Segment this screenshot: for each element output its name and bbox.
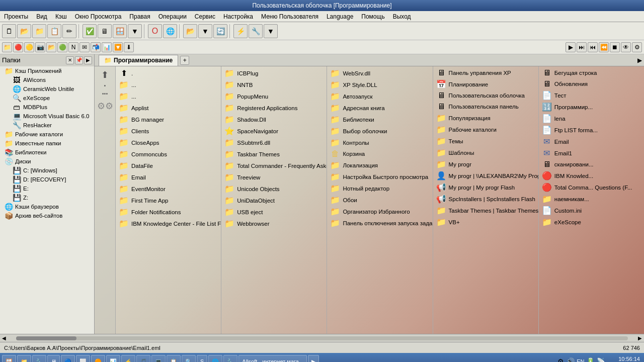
file-item-email[interactable]: ✉Email — [539, 136, 644, 147]
file-item-lena[interactable]: 📄lena — [539, 113, 644, 124]
tb2-stop[interactable]: ⏹ — [610, 42, 620, 52]
file-item-[interactable]: 📁... — [116, 79, 221, 90]
file-item-webbrowser[interactable]: 📁Webbrowser — [221, 218, 327, 229]
file-item-[interactable]: 📁наемникам... — [539, 193, 644, 205]
file-item-treeview[interactable]: 📁Treeview — [221, 171, 327, 183]
file-item--[interactable]: 📁Адресная книга — [327, 102, 432, 114]
menu-item-language[interactable]: Language — [323, 12, 357, 21]
file-item-icbplug[interactable]: 📁ICBPlug — [221, 67, 327, 79]
file-item-my-progr[interactable]: 📁My progr — [433, 158, 538, 170]
file-item-[interactable]: 📁Библиотеки — [327, 114, 432, 125]
tb2-skip[interactable]: ⏭ — [577, 42, 587, 52]
tb-tools[interactable]: 🔧 — [249, 24, 263, 38]
file-item-closeapps[interactable]: 📁CloseApps — [116, 137, 221, 148]
taskbar-quick5[interactable]: ⬜ — [76, 355, 90, 362]
file-item--[interactable]: 📁Рабочие каталоги — [433, 124, 538, 135]
file-item-[interactable]: 📁Темы — [433, 135, 538, 147]
taskbar-quick8[interactable]: ⚡ — [121, 355, 135, 362]
tray-icon1[interactable]: ⚙ — [557, 357, 564, 362]
file-item-exescope[interactable]: 📁eXeScope — [539, 216, 644, 228]
file-item-folder-notifications[interactable]: 📁Folder Notifications — [116, 206, 221, 218]
file-item-ftp-list-forma[interactable]: 📄Ftp LIST forma... — [539, 124, 644, 136]
file-item-customini[interactable]: 📄Custom.ini — [539, 205, 644, 216]
file-item-ssubtmr6dll[interactable]: 📁SSubtmr6.dll — [221, 137, 327, 148]
tb2-rew[interactable]: ⏮ — [588, 42, 598, 52]
taskbar-quick11[interactable]: 📋 — [167, 355, 181, 362]
tb2-rew2[interactable]: ⏪ — [599, 42, 609, 52]
sidebar-item-microsoft-visual-basic-60[interactable]: 💻Microsoft Visual Basic 6.0 — [0, 112, 94, 121]
taskbar-more[interactable]: ▶ — [308, 355, 319, 362]
tb-folder[interactable]: 📁 — [32, 24, 46, 38]
file-item-[interactable]: 📄Тест — [539, 89, 644, 101]
sidebar-item-z[interactable]: 💾Z: — [0, 193, 94, 202]
file-item--[interactable]: 📁Организатор Избранного — [327, 206, 432, 217]
sidebar-pin[interactable]: 📌 — [75, 56, 83, 64]
file-item-[interactable]: 🖥Обновления — [539, 78, 644, 89]
file-item-unidataobject[interactable]: 📁UniDataObject — [221, 195, 327, 206]
menu-item-операции[interactable]: Операции — [154, 12, 191, 21]
file-item-[interactable]: 🔢Программир... — [539, 101, 644, 113]
menu-item-настройка[interactable]: Настройка — [219, 12, 257, 21]
tb-arrow2[interactable]: ▼ — [264, 24, 278, 38]
tb-globe[interactable]: 🌐 — [163, 24, 177, 38]
tb2-btn7[interactable]: N — [68, 42, 78, 52]
file-item-[interactable]: ⬆. — [116, 67, 221, 79]
file-item--[interactable]: 🖥Бегущая строка — [539, 67, 644, 78]
tb-window[interactable]: 🪟 — [113, 24, 127, 38]
tb2-btn2[interactable]: 🔴 — [13, 42, 23, 52]
file-item-websrvdll[interactable]: 📁WebSrv.dll — [327, 67, 432, 79]
file-item-my-progr--alexanbar2my-progr[interactable]: 👤My progr | \\ALEXANBAR2\My Progr — [433, 170, 538, 182]
nav-up[interactable]: ⬆ — [100, 68, 110, 81]
tb2-down[interactable]: ⬇ — [124, 42, 134, 52]
file-item-unicode-objects[interactable]: 📁Unicode Objects — [221, 183, 327, 195]
menu-item-помощь[interactable]: Помощь — [357, 12, 388, 21]
file-item--[interactable]: 📁Выбор оболочки — [327, 125, 432, 137]
tb-screen[interactable]: 🖥 — [98, 24, 112, 38]
tb-copy[interactable]: 📋 — [47, 24, 61, 38]
file-item-total-commander---frequently-a[interactable]: 📁Total Commander - Frequently Asked Ques… — [221, 160, 327, 171]
menu-item-проекты[interactable]: Проекты — [0, 12, 32, 21]
file-item-email[interactable]: 📁Email — [116, 171, 221, 183]
sidebar-item-exescope[interactable]: 🔍eXeScope — [0, 94, 94, 103]
tray-icon4[interactable]: 📡 — [597, 357, 605, 362]
menu-item-вид[interactable]: Вид — [32, 12, 51, 21]
file-item-commoncubs[interactable]: 📁Commoncubs — [116, 148, 221, 160]
sidebar-item--[interactable]: 📁Рабочие каталоги — [0, 130, 94, 139]
scrollbar-horizontal[interactable]: ◀ ▶ — [0, 334, 644, 342]
tb2-btn8[interactable]: ✉ — [79, 42, 90, 52]
file-item-popupmenu[interactable]: 📁PopupMenu — [221, 90, 327, 102]
file-item-[interactable]: 📁Обои — [327, 194, 432, 206]
tab-add[interactable]: + — [180, 56, 189, 65]
taskbar-quick13[interactable]: S — [197, 355, 207, 362]
file-item-[interactable]: 📁... — [116, 90, 221, 102]
sidebar-item-[interactable]: 📚Библиотеки — [0, 148, 94, 157]
tb-open[interactable]: 📂 — [17, 24, 31, 38]
file-item-xp-styledll[interactable]: 📁XP Style.DLL — [327, 79, 432, 90]
tb2-btn6[interactable]: 🟢 — [57, 42, 67, 52]
tb2-btn9[interactable]: 📬 — [91, 42, 101, 52]
file-item-[interactable]: 📁Шаблоны — [433, 147, 538, 158]
file-item-[interactable]: 📁Популяризация — [433, 112, 538, 124]
sidebar-item-[interactable]: 💿Диски — [0, 157, 94, 166]
file-item-my-progr--my-progr-flash[interactable]: 📢My progr | My progr Flash — [433, 182, 538, 193]
taskbar-quick7[interactable]: 📊 — [106, 355, 120, 362]
file-item-ibm-knowled[interactable]: 🔴IBM Knowled... — [539, 170, 644, 182]
file-item---[interactable]: 📁Настройка Быстрого просмотра — [327, 171, 432, 183]
taskbar-quick4[interactable]: 🔵 — [61, 355, 75, 362]
menu-item-меню-пользователя[interactable]: Меню Пользователя — [257, 12, 323, 21]
file-item-nntb[interactable]: 📁NNTB — [221, 79, 327, 90]
taskbar-quick10[interactable]: 💻 — [151, 355, 166, 362]
tb2-settings[interactable]: ⚙ — [632, 42, 642, 52]
file-item-bg-manager[interactable]: 📁BG manager — [116, 114, 221, 125]
tray-lang[interactable]: EN — [577, 358, 584, 362]
file-item-applist[interactable]: 📁Applist — [116, 102, 221, 114]
file-item--[interactable]: 🖥Пользовательская панель — [433, 101, 538, 112]
sidebar-item-awicons[interactable]: 🖼AWicons — [0, 75, 94, 84]
file-item-total-comma-questions-f[interactable]: 🔴Total Comma... Questions (F... — [539, 182, 644, 193]
scroll-thumb[interactable] — [16, 336, 76, 340]
file-item----[interactable]: 📁Панель отключения запуска задач — [327, 217, 432, 229]
tb2-btn4[interactable]: 📷 — [35, 42, 45, 52]
taskbar-allsoft[interactable]: Allsoft - интернет мага... — [238, 355, 307, 362]
file-item-[interactable]: 🗑Корзина — [327, 148, 432, 159]
tb-arrow[interactable]: ▼ — [198, 24, 212, 38]
